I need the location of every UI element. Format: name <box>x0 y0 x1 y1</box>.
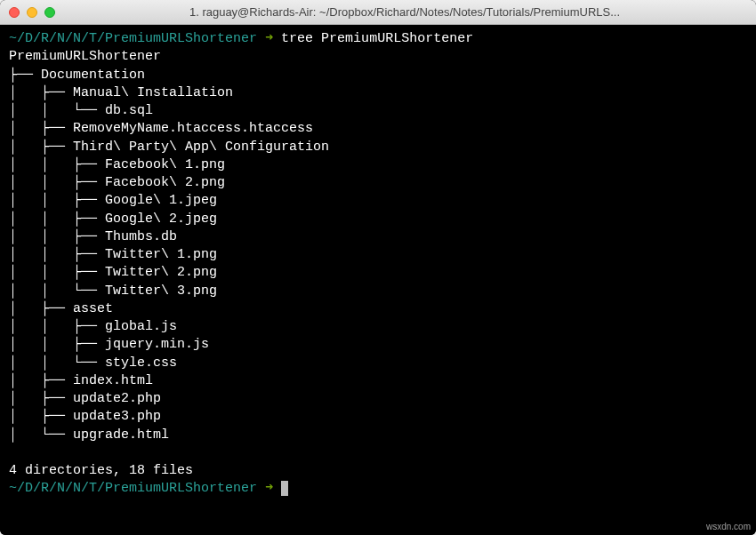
tree-line: │ │ ├── Google\ 2.jpeg <box>9 212 217 227</box>
close-icon[interactable] <box>9 7 20 18</box>
tree-summary: 4 directories, 18 files <box>9 463 193 478</box>
tree-line: │ ├── Third\ Party\ App\ Configuration <box>9 140 329 155</box>
tree-line: │ ├── update3.php <box>9 409 161 424</box>
command-text: tree PremiumURLShortener <box>281 31 473 46</box>
cursor-icon <box>281 481 288 496</box>
tree-line: │ ├── RemoveMyName.htaccess.htaccess <box>9 121 313 136</box>
tree-line: │ │ ├── Thumbs.db <box>9 229 177 244</box>
tree-line: │ │ ├── Facebook\ 2.png <box>9 175 225 190</box>
zoom-icon[interactable] <box>44 7 55 18</box>
tree-root: PremiumURLShortener <box>9 49 161 64</box>
tree-line: │ │ ├── Google\ 1.jpeg <box>9 193 217 208</box>
window-titlebar: 1. raguay@Richards-Air: ~/Dropbox/Richar… <box>0 0 756 25</box>
prompt-arrow-icon: ➜ <box>265 481 273 496</box>
tree-line: │ ├── Manual\ Installation <box>9 85 233 100</box>
tree-line: ├── Documentation <box>9 68 145 83</box>
prompt-path: ~/D/R/N/N/T/PremiumURLShortener <box>9 481 257 496</box>
tree-line: │ ├── index.html <box>9 373 153 388</box>
tree-line: │ │ ├── Twitter\ 1.png <box>9 247 217 262</box>
tree-line: │ ├── update2.php <box>9 391 161 406</box>
prompt-path: ~/D/R/N/N/T/PremiumURLShortener <box>9 31 257 46</box>
tree-line: │ │ └── style.css <box>9 355 177 371</box>
tree-line: │ │ ├── global.js <box>9 319 177 334</box>
tree-line: │ │ └── db.sql <box>9 103 153 118</box>
prompt-arrow-icon: ➜ <box>265 31 273 46</box>
tree-line: │ │ ├── jquery.min.js <box>9 337 209 352</box>
terminal-window: 1. raguay@Richards-Air: ~/Dropbox/Richar… <box>0 0 756 535</box>
tree-line: │ │ └── Twitter\ 3.png <box>9 283 217 299</box>
tree-line: │ │ ├── Twitter\ 2.png <box>9 265 217 280</box>
tree-line: │ └── upgrade.html <box>9 427 169 443</box>
window-controls <box>9 7 55 18</box>
minimize-icon[interactable] <box>27 7 37 18</box>
tree-line: │ ├── asset <box>9 301 113 316</box>
tree-line: │ │ ├── Facebook\ 1.png <box>9 157 225 172</box>
terminal-output[interactable]: ~/D/R/N/N/T/PremiumURLShortener ➜ tree P… <box>0 25 756 535</box>
window-title: 1. raguay@Richards-Air: ~/Dropbox/Richar… <box>62 5 747 19</box>
